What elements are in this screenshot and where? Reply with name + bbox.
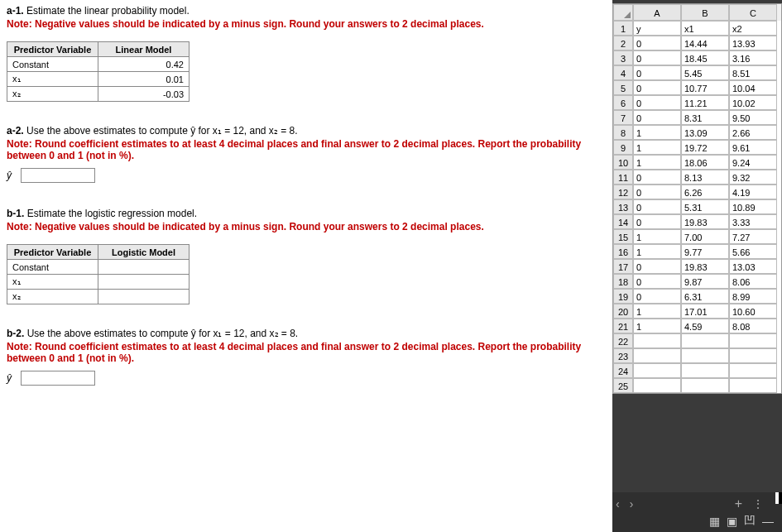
row-header[interactable]: 7	[613, 110, 633, 125]
row-header[interactable]: 8	[613, 125, 633, 140]
spreadsheet[interactable]: A B C 1yx1x22014.4413.933018.453.16405.4…	[612, 3, 782, 394]
cell[interactable]	[681, 378, 729, 393]
cell[interactable]	[633, 363, 681, 378]
cell[interactable]: 9.77	[681, 244, 729, 259]
row-header[interactable]: 5	[613, 80, 633, 95]
cell[interactable]: 1	[633, 304, 681, 319]
cell[interactable]: 4.19	[729, 185, 777, 199]
row-header[interactable]: 14	[613, 214, 633, 229]
cell[interactable]: 9.32	[729, 170, 777, 185]
col-header-c[interactable]: C	[729, 4, 777, 21]
cell[interactable]: 9.50	[729, 110, 777, 125]
cell[interactable]	[633, 378, 681, 393]
col-header-b[interactable]: B	[681, 4, 729, 21]
grid-view-icon[interactable]: ▦	[709, 515, 720, 528]
b2-yhat-input[interactable]	[21, 371, 95, 386]
row-header[interactable]: 10	[613, 155, 633, 170]
cell[interactable]: 13.09	[681, 125, 729, 140]
a1-r1-input[interactable]: 0.01	[98, 72, 190, 87]
nav-next-icon[interactable]: ›	[630, 497, 634, 510]
cell[interactable]: 0	[633, 199, 681, 214]
cell[interactable]	[681, 363, 729, 378]
b1-r1-input[interactable]	[98, 275, 190, 290]
cell[interactable]	[729, 363, 777, 378]
row-header[interactable]: 9	[613, 140, 633, 155]
page-view-icon[interactable]: ▣	[727, 515, 737, 528]
row-header[interactable]: 21	[613, 319, 633, 333]
cell[interactable]	[633, 333, 681, 348]
cell[interactable]: 5.45	[681, 65, 729, 80]
add-sheet-icon[interactable]: +	[735, 496, 742, 511]
cell[interactable]: 0	[633, 214, 681, 229]
row-header[interactable]: 6	[613, 95, 633, 110]
cell[interactable]: x2	[729, 21, 777, 36]
select-all-corner[interactable]	[613, 4, 633, 21]
cell[interactable]: 10.04	[729, 80, 777, 95]
cell[interactable]: 9.61	[729, 140, 777, 155]
cell[interactable]: 7.27	[729, 229, 777, 244]
cell[interactable]: 13.93	[729, 36, 777, 50]
a2-yhat-input[interactable]	[21, 168, 95, 183]
cell[interactable]: 5.31	[681, 199, 729, 214]
cell[interactable]: 19.72	[681, 140, 729, 155]
cell[interactable]: 0	[633, 50, 681, 65]
cell[interactable]: 9.24	[729, 155, 777, 170]
cell[interactable]: 19.83	[681, 259, 729, 274]
cell[interactable]: x1	[681, 21, 729, 36]
save-icon[interactable]: 凹	[744, 514, 756, 529]
b1-r0-input[interactable]	[98, 260, 190, 275]
cell[interactable]: 1	[633, 244, 681, 259]
row-header[interactable]: 2	[613, 36, 633, 50]
cell[interactable]: 0	[633, 65, 681, 80]
cell[interactable]: 10.60	[729, 304, 777, 319]
cell[interactable]: 14.44	[681, 36, 729, 50]
cell[interactable]: 9.87	[681, 274, 729, 289]
cell[interactable]: 8.99	[729, 289, 777, 304]
cell[interactable]: 1	[633, 140, 681, 155]
cell[interactable]: 0	[633, 110, 681, 125]
cell[interactable]	[729, 378, 777, 393]
row-header[interactable]: 4	[613, 65, 633, 80]
row-header[interactable]: 22	[613, 333, 633, 348]
cell[interactable]: 1	[633, 155, 681, 170]
cell[interactable]: 3.16	[729, 50, 777, 65]
side-tab-icon[interactable]	[775, 492, 782, 504]
cell[interactable]: 7.00	[681, 229, 729, 244]
cell[interactable]: 8.08	[729, 319, 777, 333]
row-header[interactable]: 11	[613, 170, 633, 185]
row-header[interactable]: 12	[613, 185, 633, 199]
cell[interactable]: 5.66	[729, 244, 777, 259]
nav-prev-icon[interactable]: ‹	[616, 497, 620, 510]
a1-r2-input[interactable]: -0.03	[98, 87, 190, 102]
cell[interactable]: 0	[633, 185, 681, 199]
cell[interactable]: 0	[633, 289, 681, 304]
cell[interactable]: 18.06	[681, 155, 729, 170]
row-header[interactable]: 18	[613, 274, 633, 289]
cell[interactable]: 10.02	[729, 95, 777, 110]
row-header[interactable]: 16	[613, 244, 633, 259]
cell[interactable]: 13.03	[729, 259, 777, 274]
cell[interactable]: 0	[633, 36, 681, 50]
cell[interactable]: 10.77	[681, 80, 729, 95]
cell[interactable]: 1	[633, 319, 681, 333]
cell[interactable]	[729, 333, 777, 348]
cell[interactable]: 8.13	[681, 170, 729, 185]
more-icon[interactable]: ⋮	[752, 497, 764, 510]
cell[interactable]: 10.89	[729, 199, 777, 214]
row-header[interactable]: 19	[613, 289, 633, 304]
cell[interactable]	[729, 348, 777, 363]
cell[interactable]: 1	[633, 229, 681, 244]
cell[interactable]: 3.33	[729, 214, 777, 229]
cell[interactable]: 0	[633, 259, 681, 274]
b1-r2-input[interactable]	[98, 290, 190, 304]
a1-r0-input[interactable]: 0.42	[98, 57, 190, 72]
cell[interactable]: 17.01	[681, 304, 729, 319]
cell[interactable]: 0	[633, 95, 681, 110]
row-header[interactable]: 13	[613, 199, 633, 214]
cell[interactable]: 6.31	[681, 289, 729, 304]
cell[interactable]: 19.83	[681, 214, 729, 229]
cell[interactable]	[633, 348, 681, 363]
cell[interactable]: 11.21	[681, 95, 729, 110]
cell[interactable]: 18.45	[681, 50, 729, 65]
cell[interactable]	[681, 333, 729, 348]
